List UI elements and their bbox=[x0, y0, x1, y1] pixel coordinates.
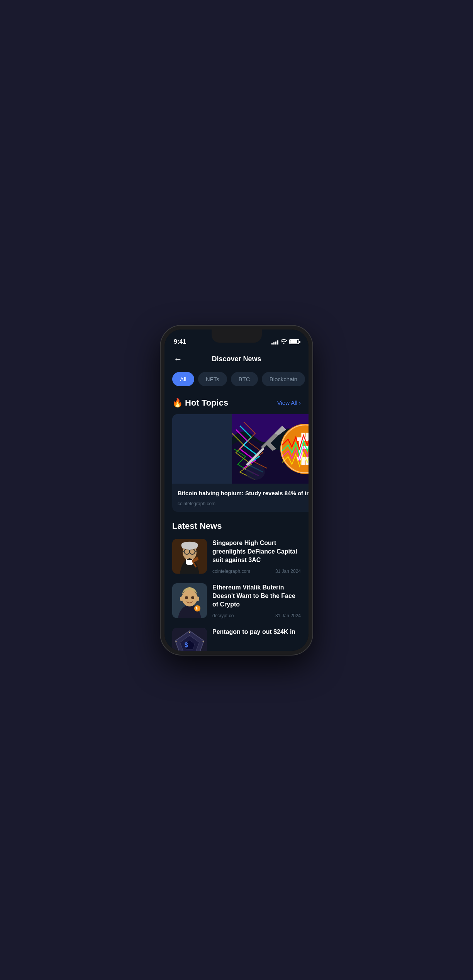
news-item-3[interactable]: $ Pentagon to pay out $24K in bbox=[172, 628, 301, 651]
news-title-2: Ethereum Vitalik Buterin Doesn't Want to… bbox=[212, 583, 301, 609]
news-date-1: 31 Jan 2024 bbox=[275, 569, 301, 574]
view-all-button[interactable]: View All › bbox=[277, 399, 301, 406]
news-meta-1: cointelegraph.com 31 Jan 2024 bbox=[212, 569, 301, 574]
svg-point-35 bbox=[196, 596, 199, 601]
svg-line-23 bbox=[181, 552, 184, 552]
signal-icon bbox=[271, 339, 278, 345]
news-date-2: 31 Jan 2024 bbox=[275, 613, 301, 618]
svg-point-32 bbox=[185, 596, 188, 599]
phone-frame: 9:41 bbox=[161, 326, 312, 655]
svg-point-46 bbox=[176, 641, 177, 642]
svg-text:₿: ₿ bbox=[195, 606, 198, 611]
status-icons bbox=[271, 339, 299, 345]
filter-tab-blockchain[interactable]: Blockchain bbox=[262, 372, 305, 386]
news-item-1[interactable]: Singapore High Court greenlights DeFianc… bbox=[172, 539, 301, 574]
hot-topics-scroll[interactable]: ₿ Bitcoin halving hopium: Study reveals … bbox=[164, 414, 309, 521]
svg-text:$: $ bbox=[185, 642, 188, 648]
news-thumbnail-1 bbox=[172, 539, 207, 574]
header: ← Discover News bbox=[164, 349, 309, 372]
back-button[interactable]: ← bbox=[172, 353, 184, 366]
phone-screen: 9:41 bbox=[164, 329, 309, 651]
hot-topic-card-1[interactable]: ₿ Bitcoin halving hopium: Study reveals … bbox=[172, 414, 309, 512]
latest-news-title: Latest News bbox=[172, 521, 301, 531]
news-content-1: Singapore High Court greenlights DeFianc… bbox=[212, 539, 301, 574]
filter-tab-all[interactable]: All bbox=[172, 372, 194, 386]
svg-point-33 bbox=[191, 596, 194, 599]
news-thumbnail-2: ₿ bbox=[172, 583, 207, 618]
news-title-1: Singapore High Court greenlights DeFianc… bbox=[212, 539, 301, 565]
news-content-3: Pentagon to pay out $24K in bbox=[212, 628, 301, 651]
hot-topic-image-1: ₿ bbox=[172, 414, 309, 484]
hot-topics-title: 🔥 Hot Topics bbox=[172, 398, 228, 408]
hot-topic-source-1: cointelegraph.com bbox=[178, 501, 215, 506]
news-thumbnail-3: $ bbox=[172, 628, 207, 651]
notch bbox=[212, 329, 262, 343]
svg-point-34 bbox=[180, 596, 183, 601]
news-title-3: Pentagon to pay out $24K in bbox=[212, 628, 301, 636]
filter-tab-btc[interactable]: BTC bbox=[231, 372, 258, 386]
hot-topic-meta-1: cointelegraph.com 31 Jan 2024 bbox=[178, 501, 309, 506]
svg-point-42 bbox=[189, 632, 190, 633]
svg-line-25 bbox=[195, 552, 198, 552]
view-all-chevron: › bbox=[299, 399, 301, 406]
filter-tabs: All NFTs BTC Blockchain Tools bbox=[164, 372, 309, 394]
view-all-label: View All bbox=[277, 399, 297, 406]
page-title: Discover News bbox=[212, 355, 261, 363]
news-source-2: decrypt.co bbox=[212, 613, 234, 618]
svg-point-31 bbox=[182, 589, 197, 606]
news-content-2: Ethereum Vitalik Buterin Doesn't Want to… bbox=[212, 583, 301, 618]
news-meta-2: decrypt.co 31 Jan 2024 bbox=[212, 613, 301, 618]
status-time: 9:41 bbox=[174, 338, 186, 345]
wifi-icon bbox=[281, 339, 287, 345]
latest-news-section: Latest News bbox=[164, 521, 309, 651]
hot-topic-content-1: Bitcoin halving hopium: Study reveals 84… bbox=[172, 484, 309, 512]
battery-icon bbox=[289, 339, 299, 344]
filter-tab-nfts[interactable]: NFTs bbox=[198, 372, 227, 386]
svg-point-1 bbox=[246, 464, 265, 480]
news-item-2[interactable]: ₿ Ethereum Vitalik Buterin Doesn't Want … bbox=[172, 583, 301, 618]
hot-topics-header: 🔥 Hot Topics View All › bbox=[164, 394, 309, 414]
svg-point-43 bbox=[203, 641, 204, 642]
news-source-1: cointelegraph.com bbox=[212, 569, 250, 574]
hot-topic-title-1: Bitcoin halving hopium: Study reveals 84… bbox=[178, 489, 309, 497]
